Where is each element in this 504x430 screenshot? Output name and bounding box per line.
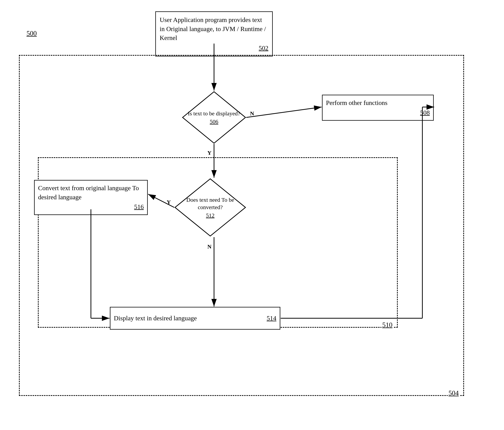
label-500: 500 (27, 29, 37, 37)
label-n-506: N (250, 110, 254, 117)
box-502-ref: 502 (160, 44, 268, 53)
box-514: Display text in desired language 514 (110, 307, 280, 330)
box-514-ref: 514 (267, 314, 276, 323)
box-508-text: Perform other functions (326, 99, 387, 106)
box-502-text: User Application program provides text i… (160, 16, 266, 41)
box-502: User Application program provides text i… (155, 11, 273, 56)
diamond-512 (174, 178, 246, 237)
label-504: 504 (448, 389, 459, 397)
label-n-512: N (207, 243, 212, 250)
box-508-ref: 508 (326, 108, 430, 117)
box-514-text: Display text in desired language (114, 314, 197, 323)
svg-marker-1 (175, 179, 245, 236)
label-510: 510 (381, 321, 393, 329)
box-508: Perform other functions 508 (322, 95, 434, 121)
box-516: Convert text from original language To d… (34, 180, 148, 215)
label-y-512: Y (167, 199, 171, 205)
label-y-506: Y (207, 150, 212, 156)
box-516-text: Convert text from original language To d… (38, 185, 139, 201)
svg-marker-0 (183, 92, 245, 143)
diamond-506 (182, 91, 246, 144)
box-516-ref: 516 (38, 202, 144, 211)
